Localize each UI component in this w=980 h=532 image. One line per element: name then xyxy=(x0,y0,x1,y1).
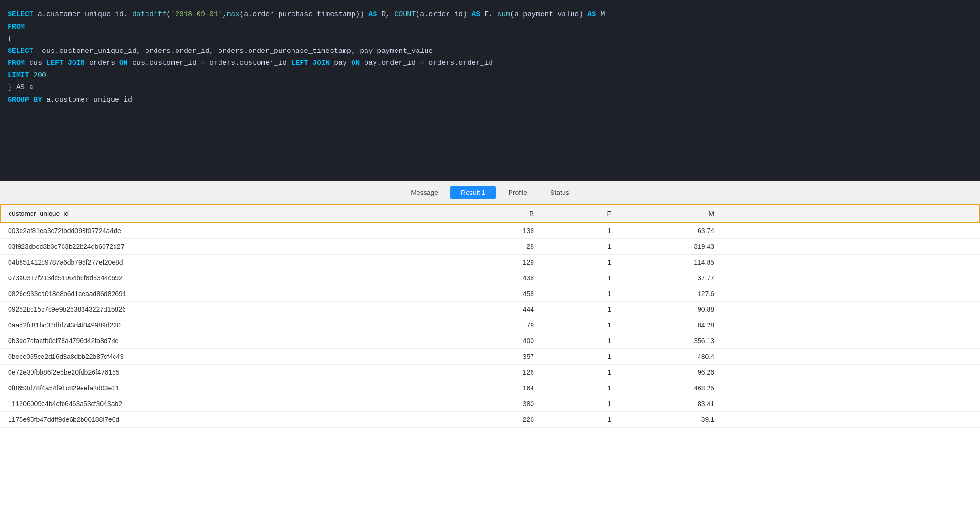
cell-id: 003e2af81ea3c72fbdd093f07724a4de xyxy=(0,223,438,239)
sql-line: SELECT a.customer_unique_id, datediff('2… xyxy=(8,9,972,21)
cell-r: 380 xyxy=(438,396,542,412)
cell-extra xyxy=(722,396,980,412)
table-row[interactable]: 03f923dbcd3b3c763b22b24db6072d27281319.4… xyxy=(0,239,980,255)
cell-id: 073a0317f213dc51964b6f8d3344c592 xyxy=(0,270,438,286)
cell-r: 444 xyxy=(438,302,542,317)
table-row[interactable]: 0b3dc7efaafb0cf78a4796d42fa8d74c4001356.… xyxy=(0,333,980,349)
cell-extra xyxy=(722,223,980,239)
cell-extra xyxy=(722,333,980,349)
cell-f: 1 xyxy=(542,349,619,365)
col-header-r: R xyxy=(438,205,542,223)
cell-r: 129 xyxy=(438,255,542,270)
tab-bar: MessageResult 1ProfileStatus xyxy=(0,181,980,204)
table-row[interactable]: 0e72e30fbb86f2e5be20fdb26f476155126196.2… xyxy=(0,365,980,380)
tab-result-1[interactable]: Result 1 xyxy=(450,186,496,199)
sql-line: ) AS a xyxy=(8,82,972,94)
cell-m: 37.77 xyxy=(619,270,722,286)
table-row[interactable]: 04b851412c9787a6db795f277ef20e8d1291114.… xyxy=(0,255,980,270)
table-row[interactable]: 0f8653d78f4a54f91c829eefa2d03e111641468.… xyxy=(0,380,980,396)
cell-r: 400 xyxy=(438,333,542,349)
cell-id: 0aad2fc81bc37dbf743d4f049989d220 xyxy=(0,317,438,333)
cell-r: 79 xyxy=(438,317,542,333)
sql-line: ( xyxy=(8,33,972,45)
cell-f: 1 xyxy=(542,412,619,428)
cell-f: 1 xyxy=(542,365,619,380)
table-row[interactable]: 09252bc15c7c9e9b2538343227d15826444190.8… xyxy=(0,302,980,317)
cell-m: 83.41 xyxy=(619,396,722,412)
table-row[interactable]: 003e2af81ea3c72fbdd093f07724a4de138163.7… xyxy=(0,223,980,239)
cell-id: 0e72e30fbb86f2e5be20fdb26f476155 xyxy=(0,365,438,380)
cell-f: 1 xyxy=(542,333,619,349)
cell-extra xyxy=(722,239,980,255)
sql-editor[interactable]: SELECT a.customer_unique_id, datediff('2… xyxy=(0,0,980,181)
tab-message[interactable]: Message xyxy=(400,186,448,199)
cell-m: 356.13 xyxy=(619,333,722,349)
cell-r: 438 xyxy=(438,270,542,286)
col-header-m: M xyxy=(619,205,722,223)
col-header-id: customer_unique_id xyxy=(0,205,438,223)
cell-extra xyxy=(722,270,980,286)
cell-r: 357 xyxy=(438,349,542,365)
cell-id: 0b3dc7efaafb0cf78a4796d42fa8d74c xyxy=(0,333,438,349)
cell-m: 480.4 xyxy=(619,349,722,365)
cell-id: 0f8653d78f4a54f91c829eefa2d03e11 xyxy=(0,380,438,396)
cell-m: 114.85 xyxy=(619,255,722,270)
cell-f: 1 xyxy=(542,286,619,302)
cell-r: 28 xyxy=(438,239,542,255)
cell-m: 84.28 xyxy=(619,317,722,333)
cell-extra xyxy=(722,286,980,302)
table-body: 003e2af81ea3c72fbdd093f07724a4de138163.7… xyxy=(0,223,980,428)
table-row[interactable]: 111206009c4b4cfb6463a53cf3043ab2380183.4… xyxy=(0,396,980,412)
results-area[interactable]: customer_unique_idRFM 003e2af81ea3c72fbd… xyxy=(0,204,980,532)
table-row[interactable]: 0beec065ce2d16d3a8dbb22b87cf4c433571480.… xyxy=(0,349,980,365)
cell-m: 90.88 xyxy=(619,302,722,317)
cell-r: 226 xyxy=(438,412,542,428)
cell-extra xyxy=(722,317,980,333)
cell-r: 458 xyxy=(438,286,542,302)
sql-line: FROM cus LEFT JOIN orders ON cus.custome… xyxy=(8,57,972,70)
cell-id: 0beec065ce2d16d3a8dbb22b87cf4c43 xyxy=(0,349,438,365)
cell-m: 63.74 xyxy=(619,223,722,239)
sql-line: GROUP BY a.customer_unique_id xyxy=(8,94,972,106)
tab-profile[interactable]: Profile xyxy=(498,186,538,199)
cell-extra xyxy=(722,380,980,396)
cell-f: 1 xyxy=(542,223,619,239)
cell-f: 1 xyxy=(542,239,619,255)
cell-f: 1 xyxy=(542,317,619,333)
cell-f: 1 xyxy=(542,396,619,412)
cell-id: 1175e95fb47ddff9de6b2b06188f7e0d xyxy=(0,412,438,428)
cell-m: 468.25 xyxy=(619,380,722,396)
table-header: customer_unique_idRFM xyxy=(0,205,980,223)
cell-extra xyxy=(722,302,980,317)
sql-line: FROM xyxy=(8,21,972,33)
cell-id: 111206009c4b4cfb6463a53cf3043ab2 xyxy=(0,396,438,412)
results-table: customer_unique_idRFM 003e2af81ea3c72fbd… xyxy=(0,204,980,428)
cell-m: 127.6 xyxy=(619,286,722,302)
tab-status[interactable]: Status xyxy=(540,186,580,199)
col-header-extra xyxy=(722,205,980,223)
sql-line: SELECT cus.customer_unique_id, orders.or… xyxy=(8,45,972,58)
cell-f: 1 xyxy=(542,302,619,317)
cell-extra xyxy=(722,255,980,270)
cell-extra xyxy=(722,365,980,380)
cell-id: 0826e933ca018e8b6d1ceaad86d82691 xyxy=(0,286,438,302)
table-row[interactable]: 1175e95fb47ddff9de6b2b06188f7e0d226139.1 xyxy=(0,412,980,428)
cell-r: 138 xyxy=(438,223,542,239)
cell-id: 09252bc15c7c9e9b2538343227d15826 xyxy=(0,302,438,317)
cell-extra xyxy=(722,349,980,365)
col-header-f: F xyxy=(542,205,619,223)
cell-f: 1 xyxy=(542,270,619,286)
cell-f: 1 xyxy=(542,255,619,270)
cell-extra xyxy=(722,412,980,428)
table-row[interactable]: 0826e933ca018e8b6d1ceaad86d826914581127.… xyxy=(0,286,980,302)
cell-m: 39.1 xyxy=(619,412,722,428)
cell-r: 164 xyxy=(438,380,542,396)
cell-m: 96.26 xyxy=(619,365,722,380)
cell-m: 319.43 xyxy=(619,239,722,255)
cell-id: 03f923dbcd3b3c763b22b24db6072d27 xyxy=(0,239,438,255)
sql-line: LIMIT 200 xyxy=(8,70,972,82)
cell-f: 1 xyxy=(542,380,619,396)
table-row[interactable]: 073a0317f213dc51964b6f8d3344c592438137.7… xyxy=(0,270,980,286)
cell-r: 126 xyxy=(438,365,542,380)
table-row[interactable]: 0aad2fc81bc37dbf743d4f049989d22079184.28 xyxy=(0,317,980,333)
